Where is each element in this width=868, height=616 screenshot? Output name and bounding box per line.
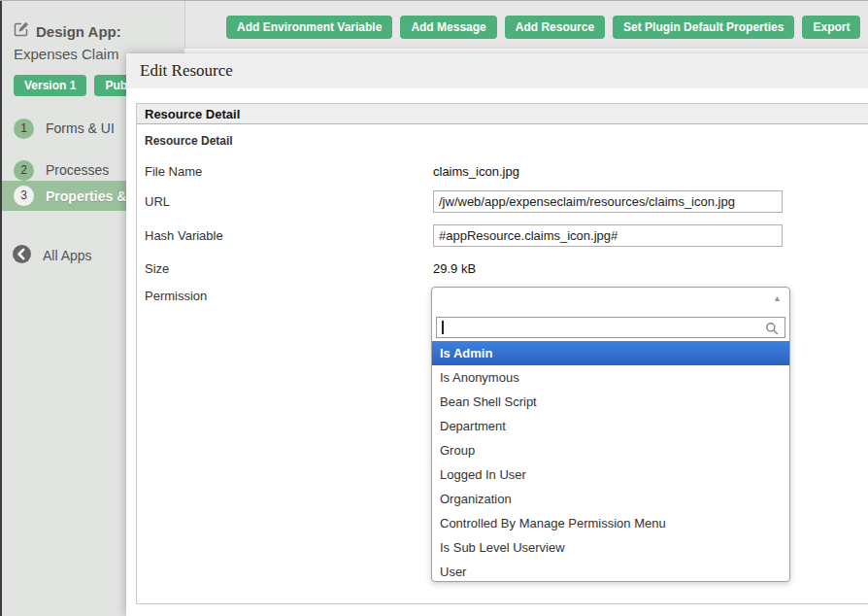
design-app-page: Design App: Expenses Claim Version 1 Pub… — [0, 0, 868, 616]
file-name-row: File Name claims_icon.jpg — [145, 164, 868, 179]
hash-variable-label: Hash Variable — [145, 224, 433, 243]
text-cursor — [442, 321, 444, 334]
search-icon — [765, 322, 779, 339]
permission-select: ▲ — [431, 287, 790, 582]
url-label: URL — [145, 190, 433, 209]
file-name-value: claims_icon.jpg — [433, 164, 519, 179]
page-title: Design App: — [36, 23, 121, 40]
edit-resource-dialog: Edit Resource Resource Detail Resource D… — [126, 53, 868, 616]
option-department[interactable]: Department — [432, 414, 789, 438]
permission-row: Permission ▲ — [145, 287, 868, 582]
resource-detail-fieldset: Resource Detail Resource Detail File Nam… — [136, 103, 868, 604]
sidebar-item-label: Forms & UI — [46, 120, 115, 136]
dialog-title: Edit Resource — [126, 53, 868, 88]
permission-options-list: Is Admin Is Anonymous Bean Shell Script … — [432, 341, 789, 579]
set-plugin-default-properties-button[interactable]: Set Plugin Default Properties — [613, 16, 794, 39]
step-number-badge: 1 — [14, 119, 34, 139]
permission-search-input[interactable] — [436, 317, 785, 338]
window-top-border — [0, 0, 868, 1]
option-group[interactable]: Group — [432, 438, 789, 462]
option-bean-shell-script[interactable]: Bean Shell Script — [432, 390, 789, 414]
sidebar-item-label: Processes — [46, 162, 109, 178]
size-label: Size — [145, 261, 433, 276]
back-arrow-icon — [12, 244, 32, 268]
size-row: Size 29.9 kB — [145, 261, 868, 276]
option-user[interactable]: User — [432, 560, 789, 579]
add-resource-button[interactable]: Add Resource — [505, 16, 605, 39]
option-organization[interactable]: Organization — [432, 487, 789, 511]
export-button[interactable]: Export — [802, 16, 860, 39]
permission-select-toggle[interactable]: ▲ — [432, 288, 789, 314]
option-is-sub-level-userview[interactable]: Is Sub Level Userview — [432, 535, 789, 560]
option-is-anonymous[interactable]: Is Anonymous — [432, 365, 789, 390]
option-logged-in-user[interactable]: Logged In User — [432, 462, 789, 487]
step-number-badge: 3 — [14, 186, 34, 206]
permission-label: Permission — [145, 287, 433, 303]
file-name-label: File Name — [145, 164, 433, 179]
size-value: 29.9 kB — [433, 261, 476, 276]
edit-pencil-icon — [14, 21, 29, 41]
version-badge[interactable]: Version 1 — [14, 75, 86, 96]
chevron-up-icon: ▲ — [773, 294, 782, 303]
subsection-title: Resource Detail — [145, 134, 868, 148]
url-input[interactable] — [433, 190, 783, 213]
window-left-border — [0, 0, 2, 616]
add-environment-variable-button[interactable]: Add Environment Variable — [226, 16, 392, 39]
hash-variable-row: Hash Variable — [145, 224, 868, 247]
step-number-badge: 2 — [14, 160, 34, 181]
option-controlled-by-manage-permission-menu[interactable]: Controlled By Manage Permission Menu — [432, 511, 789, 535]
section-header: Resource Detail — [137, 104, 868, 124]
all-apps-label: All Apps — [43, 248, 92, 263]
option-is-admin[interactable]: Is Admin — [432, 341, 789, 365]
permission-search-area — [432, 314, 789, 341]
url-row: URL — [145, 190, 868, 213]
add-message-button[interactable]: Add Message — [400, 16, 496, 39]
top-toolbar: Add Environment Variable Add Message Add… — [184, 0, 868, 49]
hash-variable-input[interactable] — [433, 224, 783, 247]
